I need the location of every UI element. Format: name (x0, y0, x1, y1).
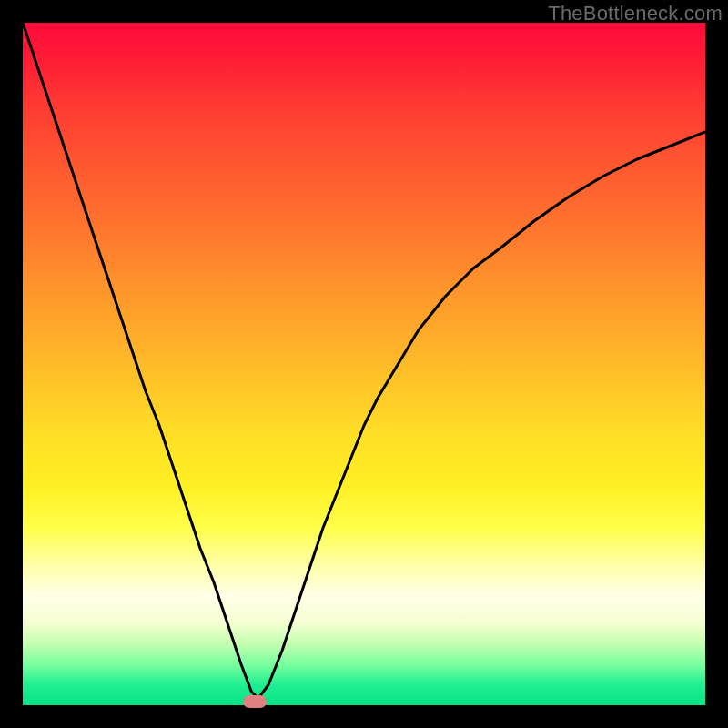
watermark-text: TheBottleneck.com (548, 2, 723, 25)
curve-svg (23, 23, 705, 705)
bottleneck-curve (23, 23, 705, 699)
chart-frame: TheBottleneck.com (0, 0, 728, 728)
plot-area (23, 23, 705, 705)
optimal-point-marker (243, 695, 267, 708)
